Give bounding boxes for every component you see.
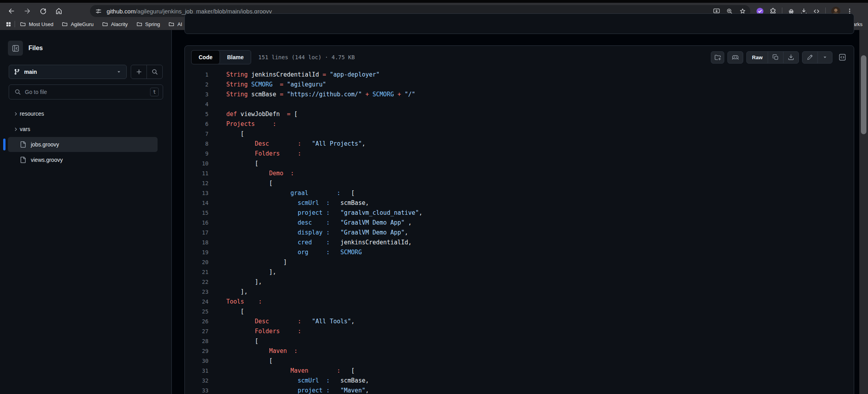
tune-icon bbox=[95, 8, 102, 15]
line-number[interactable]: 9 bbox=[185, 149, 209, 159]
code-line: 17 display : "GraalVM Demo App", bbox=[185, 228, 854, 238]
code-line-text: project : "Maven", bbox=[226, 387, 369, 394]
line-number[interactable]: 13 bbox=[185, 188, 209, 198]
line-number[interactable]: 32 bbox=[185, 376, 209, 386]
code-line: 14 scmUrl : scmBase, bbox=[185, 198, 854, 208]
code-square-icon bbox=[839, 54, 846, 61]
code-line-text: [ bbox=[226, 357, 272, 364]
line-number[interactable]: 19 bbox=[185, 248, 209, 257]
line-number[interactable]: 28 bbox=[185, 336, 209, 346]
line-number[interactable]: 31 bbox=[185, 366, 209, 376]
symbols-panel-button[interactable] bbox=[836, 51, 849, 64]
code-line: 28 [ bbox=[185, 336, 854, 346]
line-number[interactable]: 33 bbox=[185, 386, 209, 394]
raw-button[interactable]: Raw bbox=[747, 54, 768, 60]
tree-item-vars[interactable]: vars bbox=[8, 122, 158, 137]
line-number[interactable]: 14 bbox=[185, 198, 209, 208]
site-settings-button[interactable] bbox=[93, 6, 103, 16]
chevron-down-icon bbox=[116, 69, 122, 75]
line-number[interactable]: 24 bbox=[185, 297, 209, 307]
line-number[interactable]: 4 bbox=[185, 99, 209, 109]
code-line: 6Projects : bbox=[185, 119, 854, 129]
line-number[interactable]: 11 bbox=[185, 169, 209, 178]
tree-item-label: vars bbox=[20, 126, 30, 132]
code-line-text: display : "GraalVM Demo App", bbox=[226, 229, 408, 236]
line-number[interactable]: 15 bbox=[185, 208, 209, 218]
chevron-right-icon[interactable] bbox=[11, 127, 20, 132]
forward-icon bbox=[23, 7, 31, 15]
line-number[interactable]: 2 bbox=[185, 80, 209, 90]
line-number[interactable]: 6 bbox=[185, 119, 209, 129]
forward-button[interactable] bbox=[21, 4, 34, 18]
line-number[interactable]: 3 bbox=[185, 90, 209, 99]
line-number[interactable]: 17 bbox=[185, 228, 209, 238]
line-number[interactable]: 25 bbox=[185, 307, 209, 317]
line-number[interactable]: 5 bbox=[185, 109, 209, 119]
code-line: 4 bbox=[185, 99, 854, 109]
search-code-button[interactable] bbox=[147, 65, 162, 79]
code-line-text: Maven : [ bbox=[226, 367, 355, 374]
branch-selector[interactable]: main bbox=[9, 65, 127, 79]
bookmark-item[interactable]: Most Used bbox=[20, 21, 53, 27]
home-button[interactable] bbox=[52, 4, 66, 18]
apps-grid-icon[interactable] bbox=[6, 21, 11, 27]
browser-scrollbar[interactable] bbox=[859, 30, 868, 394]
copilot-button[interactable] bbox=[727, 51, 743, 64]
code-line: 7 [ bbox=[185, 129, 854, 139]
tab-blame[interactable]: Blame bbox=[220, 51, 251, 64]
code-line: 22 ], bbox=[185, 277, 854, 287]
edit-file-button[interactable] bbox=[802, 52, 817, 63]
go-to-file-input[interactable]: Go to file t bbox=[9, 84, 163, 99]
line-number[interactable]: 27 bbox=[185, 326, 209, 336]
line-number[interactable]: 18 bbox=[185, 238, 209, 248]
line-number[interactable]: 23 bbox=[185, 287, 209, 297]
code-line: 12 [ bbox=[185, 178, 854, 188]
download-raw-button[interactable] bbox=[783, 52, 798, 63]
bookmark-item[interactable]: AgileGuru bbox=[62, 21, 94, 27]
line-number[interactable]: 8 bbox=[185, 139, 209, 149]
line-number[interactable]: 12 bbox=[185, 178, 209, 188]
tab-code[interactable]: Code bbox=[192, 51, 220, 64]
back-button[interactable] bbox=[5, 4, 18, 18]
line-number[interactable]: 16 bbox=[185, 218, 209, 228]
collapse-sidebar-button[interactable] bbox=[8, 41, 23, 56]
line-number[interactable]: 7 bbox=[185, 129, 209, 139]
code-line-text: def viewJobDefn = [ bbox=[226, 111, 298, 118]
line-number[interactable]: 10 bbox=[185, 159, 209, 169]
code-line: 19 org : SCMORG bbox=[185, 248, 854, 257]
add-file-button[interactable] bbox=[131, 65, 147, 79]
code-line: 23 ], bbox=[185, 287, 854, 297]
scrollbar-thumb[interactable] bbox=[861, 55, 866, 134]
code-line: 2String SCMORG = "agileguru" bbox=[185, 80, 854, 90]
folder-icon bbox=[62, 21, 68, 27]
file-icon bbox=[20, 157, 26, 163]
code-line-text: [ bbox=[226, 160, 258, 167]
line-number[interactable]: 26 bbox=[185, 317, 209, 326]
bookmark-item[interactable]: Spring bbox=[136, 21, 160, 27]
code-line-text: project : "graalvm_cloud_native", bbox=[226, 209, 423, 216]
tree-item-resources[interactable]: resources bbox=[8, 106, 158, 121]
line-number[interactable]: 1 bbox=[185, 70, 209, 80]
folder-icon bbox=[168, 21, 175, 27]
line-number[interactable]: 30 bbox=[185, 356, 209, 366]
tree-item-views-groovy[interactable]: views.groovy bbox=[8, 152, 158, 167]
code-line-text: scmUrl : scmBase, bbox=[226, 199, 369, 206]
open-workspace-button[interactable] bbox=[711, 51, 724, 64]
window-top-edge bbox=[0, 0, 868, 3]
plus-icon bbox=[136, 69, 142, 75]
chevron-right-icon[interactable] bbox=[11, 111, 20, 116]
line-number[interactable]: 21 bbox=[185, 267, 209, 277]
bookmark-item[interactable]: Alacrity bbox=[102, 21, 128, 27]
code-line-text: [ bbox=[226, 338, 258, 345]
file-meta: 151 lines (144 loc) · 4.75 KB bbox=[258, 54, 355, 60]
line-number[interactable]: 20 bbox=[185, 257, 209, 267]
tree-item-jobs-groovy[interactable]: jobs.groovy bbox=[8, 137, 158, 152]
line-number[interactable]: 29 bbox=[185, 346, 209, 356]
line-number[interactable]: 22 bbox=[185, 277, 209, 287]
code-line-text: Desc : "All Tools", bbox=[226, 318, 355, 325]
bookmark-item[interactable]: AI bbox=[168, 21, 182, 27]
copy-raw-button[interactable] bbox=[768, 52, 783, 63]
edit-options-button[interactable] bbox=[817, 52, 832, 63]
reload-button[interactable] bbox=[36, 4, 50, 18]
folder-icon bbox=[136, 21, 143, 27]
